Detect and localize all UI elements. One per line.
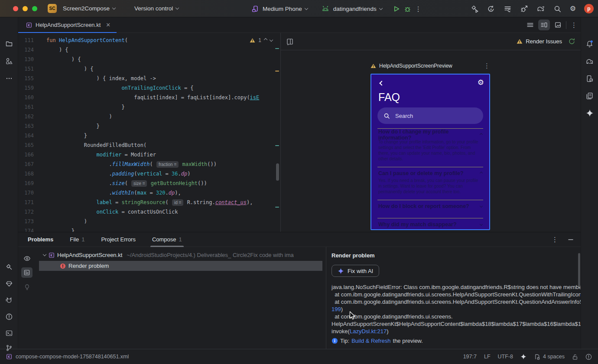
code-text[interactable]: } bbox=[46, 131, 87, 140]
line-number[interactable]: 155 bbox=[18, 74, 34, 83]
panel-tab-problems[interactable]: Problems bbox=[25, 232, 56, 247]
refresh-preview-icon[interactable] bbox=[568, 38, 575, 45]
attach-debugger-icon[interactable] bbox=[520, 5, 528, 13]
code-text[interactable]: fun HelpAndSupportContent( bbox=[46, 36, 128, 45]
line-number[interactable]: 163 bbox=[18, 121, 34, 131]
line-number[interactable]: 160 bbox=[18, 93, 34, 102]
code-text[interactable]: label = stringResource( id = R.string.co… bbox=[46, 198, 253, 207]
render-problem-row[interactable]: Render problem bbox=[39, 261, 322, 271]
back-arrow-icon[interactable] bbox=[379, 81, 384, 85]
code-line[interactable]: 171 label = stringResource( id = R.strin… bbox=[18, 198, 280, 207]
code-line[interactable]: 165 RoundedFilledButton( bbox=[18, 140, 280, 150]
code-text[interactable]: ) { bbox=[46, 64, 93, 74]
editor-tab[interactable]: HelpAndSupportScreen.kt ✕ bbox=[18, 17, 117, 33]
preview-problem-eye-icon[interactable] bbox=[21, 253, 32, 263]
code-line[interactable]: 167 .fillMaxWidth( fraction = maxWidth()… bbox=[18, 159, 280, 169]
logcat-icon[interactable] bbox=[3, 294, 16, 307]
code-text[interactable]: modifier = Modifier bbox=[46, 150, 156, 159]
caret-position[interactable]: 197:7 bbox=[463, 354, 477, 360]
search-everywhere-icon[interactable] bbox=[553, 5, 562, 13]
line-number[interactable]: 161 bbox=[18, 102, 34, 112]
line-number[interactable]: 173 bbox=[18, 217, 34, 226]
code-text[interactable]: } bbox=[46, 226, 75, 232]
code-text[interactable]: onTrailingIconClick = { bbox=[46, 83, 194, 93]
code-line[interactable]: 164 } bbox=[18, 131, 280, 140]
code-line[interactable]: 173 ) bbox=[18, 217, 280, 226]
faq-search-bar[interactable]: Search bbox=[377, 107, 483, 124]
problems-file-row[interactable]: HelpAndSupportScreen.kt ~/AndroidStudioP… bbox=[36, 250, 326, 260]
indent-setting[interactable]: 4 spaces bbox=[534, 354, 565, 360]
run-button[interactable] bbox=[393, 5, 400, 13]
line-number[interactable]: 172 bbox=[18, 207, 34, 217]
code-line[interactable]: 162 ) bbox=[18, 112, 280, 121]
code-text[interactable]: ) bbox=[46, 217, 87, 226]
user-avatar[interactable]: p bbox=[584, 4, 594, 13]
settings-gear-icon[interactable]: ⚙ bbox=[478, 78, 484, 87]
detail-scrollbar[interactable] bbox=[578, 253, 580, 287]
code-line[interactable]: 163 } bbox=[18, 121, 280, 131]
stripe-mark-teal[interactable] bbox=[275, 145, 279, 146]
code-view-icon[interactable] bbox=[526, 21, 534, 29]
code-text[interactable]: RoundedFilledButton( bbox=[46, 140, 146, 150]
running-devices-icon[interactable] bbox=[583, 72, 596, 85]
preview-options-icon[interactable]: ⋮ bbox=[484, 62, 490, 69]
faq-item[interactable]: Can I pause or delete my profile?Yes. If… bbox=[377, 167, 483, 195]
code-line[interactable]: 159 onTrailingIconClick = { bbox=[18, 83, 280, 93]
app-quality-insights-icon[interactable] bbox=[3, 277, 16, 290]
line-number[interactable]: 169 bbox=[18, 179, 34, 188]
code-line[interactable]: 174 } bbox=[18, 226, 280, 232]
line-separator[interactable]: LF bbox=[484, 354, 491, 360]
project-menu[interactable]: Screen2Compose bbox=[63, 5, 115, 12]
code-line[interactable]: 111fun HelpAndSupportContent( bbox=[18, 36, 280, 45]
stack-link[interactable]: 199 bbox=[332, 306, 341, 312]
previous-problem-icon[interactable] bbox=[264, 38, 267, 41]
design-view-icon[interactable] bbox=[554, 21, 562, 29]
line-number[interactable]: 162 bbox=[18, 112, 34, 121]
line-number[interactable]: 159 bbox=[18, 83, 34, 93]
gradle-sync-icon[interactable] bbox=[536, 5, 545, 13]
notifications-bell-icon[interactable] bbox=[583, 37, 596, 50]
terminal-icon[interactable] bbox=[3, 327, 16, 340]
event-log-icon[interactable] bbox=[585, 354, 592, 360]
preview-layout-icon[interactable] bbox=[286, 38, 294, 46]
stripe-mark-teal[interactable] bbox=[275, 207, 279, 208]
build-tool-icon[interactable] bbox=[3, 261, 16, 274]
code-line[interactable]: 168 .padding(vertical = 36.dp) bbox=[18, 169, 280, 179]
zoom-window-button[interactable] bbox=[32, 6, 37, 11]
debug-button[interactable] bbox=[404, 5, 411, 13]
quick-fix-bulb-icon[interactable] bbox=[21, 282, 32, 292]
panel-tab-compose[interactable]: Compose1 bbox=[150, 232, 185, 247]
vcs-menu[interactable]: Version control bbox=[134, 5, 179, 12]
line-number[interactable]: 167 bbox=[18, 159, 34, 169]
stripe-mark-teal[interactable] bbox=[275, 48, 279, 49]
code-text[interactable]: ) { bbox=[46, 45, 68, 55]
device-selector[interactable]: Medium Phone bbox=[263, 6, 308, 12]
code-line[interactable]: 130 ) { bbox=[18, 55, 280, 64]
code-text[interactable]: .padding(vertical = 36.dp) bbox=[46, 169, 190, 179]
line-number[interactable]: 170 bbox=[18, 188, 34, 198]
chevron-down-icon[interactable] bbox=[43, 253, 46, 256]
unlocked-icon[interactable] bbox=[572, 354, 578, 360]
settings-gear-icon[interactable]: ⚙ bbox=[570, 5, 576, 12]
line-number[interactable]: 164 bbox=[18, 131, 34, 140]
close-tab-icon[interactable]: ✕ bbox=[106, 22, 110, 28]
code-text[interactable]: .fillMaxWidth( fraction = maxWidth()) bbox=[46, 159, 217, 169]
line-number[interactable]: 171 bbox=[18, 198, 34, 207]
code-line[interactable]: 161 } bbox=[18, 102, 280, 112]
profiler-icon[interactable] bbox=[504, 5, 512, 13]
run-configuration-selector[interactable]: datingandfriends bbox=[333, 6, 382, 12]
code-line[interactable]: 151 ) { bbox=[18, 64, 280, 74]
line-number[interactable]: 111 bbox=[18, 36, 34, 45]
code-text[interactable]: onClick = contactUsOnClick bbox=[46, 207, 178, 217]
faq-item[interactable]: Why did my match disappear? bbox=[377, 218, 483, 230]
code-line[interactable]: 172 onClick = contactUsOnClick bbox=[18, 207, 280, 217]
project-folder-icon[interactable] bbox=[3, 37, 16, 50]
stack-link[interactable]: LazyDsl.kt:217 bbox=[350, 328, 387, 335]
code-text[interactable]: ) { bbox=[46, 55, 81, 64]
inspection-widget[interactable]: 1 bbox=[250, 37, 273, 43]
gradle-elephant-icon[interactable] bbox=[583, 55, 596, 68]
fix-with-ai-button[interactable]: Fix with AI bbox=[332, 265, 379, 277]
code-text[interactable]: } bbox=[46, 102, 125, 112]
status-file[interactable]: compose-compose-model-1758748140651.xml bbox=[6, 354, 129, 360]
line-number[interactable]: 174 bbox=[18, 226, 34, 232]
